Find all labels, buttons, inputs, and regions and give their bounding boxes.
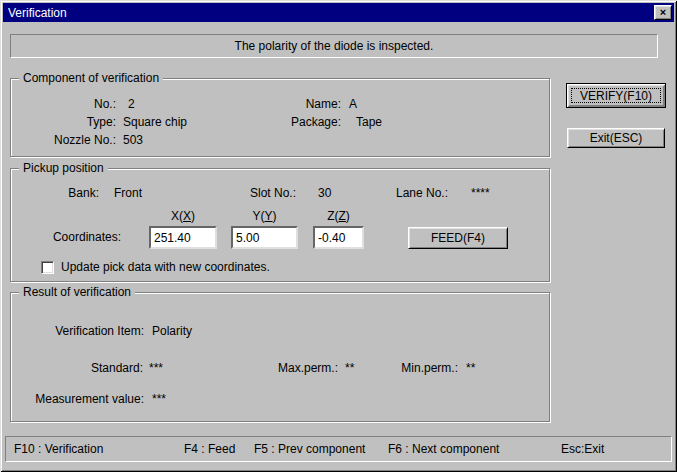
max-perm-label: Max.perm.: [248,362,338,375]
min-perm-value: ** [466,362,475,375]
result-group-title: Result of verification [19,285,135,299]
lane-no-label: Lane No.: [376,187,448,200]
y-axis-header: Y(Y) [231,210,298,223]
verification-dialog: Verification × The polarity of the diode… [0,0,677,472]
z-axis-header: Z(Z) [313,210,364,223]
min-perm-label: Min.perm.: [368,362,458,375]
y-coordinate-input[interactable] [231,226,298,249]
measurement-value: *** [152,393,166,406]
nozzle-no-value: 503 [123,134,143,147]
bank-value: Front [114,187,142,200]
max-perm-value: ** [345,362,354,375]
verification-item-value: Polarity [152,325,192,338]
x-axis-header: X(X) [149,210,217,223]
coordinates-label: Coordinates: [31,231,121,244]
update-pick-data-label: Update pick data with new coordinates. [61,261,270,274]
result-group: Result of verification Verification Item… [10,292,550,422]
status-bar: F10 : Verification F4 : Feed F5 : Prev c… [5,436,672,462]
standard-value: *** [149,362,163,375]
message-text: The polarity of the diode is inspected. [235,39,434,53]
type-value: Square chip [123,116,187,129]
component-group-title: Component of verification [19,71,163,85]
name-label: Name: [241,98,341,111]
slot-no-label: Slot No.: [226,187,296,200]
type-label: Type: [31,116,116,129]
z-coordinate-input[interactable] [313,226,364,249]
pickup-group-title: Pickup position [19,161,108,175]
nozzle-no-label: Nozzle No.: [31,134,116,147]
no-value: 2 [128,98,135,111]
status-item-prev: F5 : Prev component [254,443,365,456]
name-value: A [349,98,357,111]
x-coordinate-input[interactable] [149,226,217,249]
component-group: Component of verification No.: 2 Name: A… [10,78,550,157]
update-pick-data-checkbox[interactable] [41,261,54,274]
exit-button-label: Exit(ESC) [590,131,643,145]
status-item-esc-exit: Esc:Exit [561,443,604,456]
lane-no-value: **** [471,187,490,200]
verification-item-label: Verification Item: [31,325,144,338]
verify-button[interactable]: VERIFY(F10) [566,83,666,108]
feed-button-label: FEED(F4) [431,231,485,245]
status-item-verify: F10 : Verification [14,443,103,456]
verify-button-label: VERIFY(F10) [580,89,652,103]
bank-label: Bank: [31,187,99,200]
status-item-next: F6 : Next component [388,443,499,456]
close-icon: × [660,7,666,18]
package-value: Tape [356,116,382,129]
message-panel: The polarity of the diode is inspected. [10,34,658,58]
no-label: No.: [31,98,116,111]
window-title: Verification [8,6,67,20]
close-button[interactable]: × [654,5,672,20]
measurement-value-label: Measurement value: [29,393,144,406]
standard-label: Standard: [31,362,143,375]
pickup-group: Pickup position Bank: Front Slot No.: 30… [10,168,550,282]
feed-button[interactable]: FEED(F4) [408,227,508,249]
package-label: Package: [241,116,341,129]
title-bar: Verification [3,3,674,22]
slot-no-value: 30 [318,187,331,200]
status-item-feed: F4 : Feed [184,443,235,456]
exit-button[interactable]: Exit(ESC) [567,128,665,148]
